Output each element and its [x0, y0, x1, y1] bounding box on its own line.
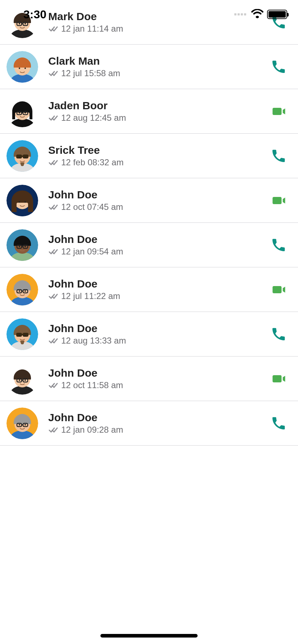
call-info: John Doe12 jan 09:54 am: [48, 233, 271, 257]
contact-name: John Doe: [48, 278, 271, 290]
call-meta: 12 oct 07:45 am: [48, 202, 271, 212]
svg-point-55: [19, 380, 20, 381]
call-timestamp: 12 oct 11:58 am: [61, 380, 123, 390]
call-timestamp: 12 jan 09:54 am: [61, 247, 123, 257]
call-info: John Doe12 oct 07:45 am: [48, 189, 271, 212]
call-row[interactable]: John Doe12 oct 07:45 am: [0, 178, 298, 223]
call-info: Clark Man12 jul 15:58 am: [48, 55, 271, 78]
call-row[interactable]: Jaden Boor12 aug 12:45 am: [0, 89, 298, 134]
call-meta: 12 oct 11:58 am: [48, 380, 271, 390]
svg-point-23: [19, 157, 20, 158]
svg-point-49: [24, 335, 26, 336]
video-call-icon[interactable]: [271, 282, 286, 298]
contact-name: Jaden Boor: [48, 100, 271, 111]
call-info: Srick Tree12 feb 08:32 am: [48, 144, 271, 167]
video-call-icon[interactable]: [271, 104, 286, 119]
call-info: John Doe12 jan 09:28 am: [48, 411, 271, 435]
contact-name: John Doe: [48, 322, 271, 334]
double-check-icon: [48, 159, 58, 166]
contact-name: John Doe: [48, 411, 271, 423]
phone-call-icon[interactable]: [271, 148, 286, 164]
svg-point-10: [24, 68, 26, 69]
double-check-icon: [48, 203, 58, 211]
call-row[interactable]: John Doe12 jul 11:22 am: [0, 267, 298, 312]
call-timestamp: 12 feb 08:32 am: [61, 157, 123, 167]
avatar[interactable]: [6, 274, 38, 305]
svg-point-63: [24, 424, 26, 426]
call-meta: 12 jul 15:58 am: [48, 68, 271, 78]
phone-call-icon[interactable]: [271, 237, 286, 253]
home-indicator: [100, 634, 198, 638]
svg-point-41: [19, 290, 20, 292]
battery-icon: [267, 10, 287, 19]
contact-name: John Doe: [48, 189, 271, 201]
avatar[interactable]: [6, 51, 38, 83]
contact-name: Srick Tree: [48, 144, 271, 156]
svg-point-28: [24, 201, 26, 203]
svg-point-48: [19, 335, 20, 336]
svg-point-62: [19, 424, 20, 426]
double-check-icon: [48, 382, 58, 389]
avatar[interactable]: [6, 229, 38, 261]
svg-point-24: [24, 157, 26, 158]
call-row[interactable]: John Doe12 oct 11:58 am: [0, 356, 298, 401]
video-call-icon[interactable]: [271, 193, 286, 208]
status-right: [234, 9, 287, 20]
double-check-icon: [48, 293, 58, 300]
contact-name: John Doe: [48, 367, 271, 379]
avatar[interactable]: [6, 318, 38, 350]
svg-point-56: [24, 380, 26, 381]
call-info: John Doe12 aug 13:33 am: [48, 322, 271, 346]
double-check-icon: [48, 114, 58, 121]
avatar[interactable]: [6, 96, 38, 127]
avatar[interactable]: [6, 363, 38, 395]
status-time: 3:30: [23, 8, 46, 21]
video-call-icon[interactable]: [271, 371, 286, 387]
svg-rect-22: [22, 156, 23, 157]
contact-name: John Doe: [48, 233, 271, 245]
call-list: Mark Doe12 jan 11:14 am Clark Man12 jul …: [0, 0, 298, 446]
svg-point-17: [24, 112, 26, 114]
call-meta: 12 jul 11:22 am: [48, 291, 271, 301]
call-timestamp: 12 aug 12:45 am: [61, 113, 126, 123]
call-info: John Doe12 oct 11:58 am: [48, 367, 271, 390]
call-info: Jaden Boor12 aug 12:45 am: [48, 100, 271, 123]
call-row[interactable]: Srick Tree12 feb 08:32 am: [0, 134, 298, 178]
svg-point-9: [19, 68, 20, 69]
avatar[interactable]: [6, 185, 38, 216]
call-meta: 12 aug 12:45 am: [48, 113, 271, 123]
cellular-icon: [234, 13, 246, 15]
phone-call-icon[interactable]: [271, 59, 286, 75]
call-meta: 12 feb 08:32 am: [48, 157, 271, 167]
double-check-icon: [48, 70, 58, 77]
svg-point-16: [19, 112, 20, 114]
svg-point-42: [24, 290, 26, 292]
double-check-icon: [48, 248, 58, 255]
status-bar: 3:30: [0, 0, 298, 29]
wifi-icon: [251, 9, 263, 20]
call-row[interactable]: John Doe12 jan 09:28 am: [0, 401, 298, 446]
battery-fill: [268, 11, 286, 18]
call-meta: 12 jan 09:28 am: [48, 425, 271, 435]
svg-point-27: [19, 201, 20, 203]
call-timestamp: 12 oct 07:45 am: [61, 202, 123, 212]
call-row[interactable]: John Doe12 jan 09:54 am: [0, 223, 298, 267]
svg-rect-47: [22, 334, 23, 335]
avatar[interactable]: [6, 408, 38, 439]
avatar[interactable]: [6, 140, 38, 172]
svg-point-34: [19, 246, 20, 247]
call-timestamp: 12 aug 13:33 am: [61, 336, 126, 346]
phone-call-icon[interactable]: [271, 326, 286, 342]
call-row[interactable]: Clark Man12 jul 15:58 am: [0, 45, 298, 89]
call-timestamp: 12 jan 09:28 am: [61, 425, 123, 435]
phone-call-icon[interactable]: [271, 415, 286, 431]
call-row[interactable]: John Doe12 aug 13:33 am: [0, 312, 298, 356]
call-meta: 12 aug 13:33 am: [48, 336, 271, 346]
double-check-icon: [48, 426, 58, 433]
double-check-icon: [48, 337, 58, 344]
contact-name: Clark Man: [48, 55, 271, 67]
call-info: John Doe12 jul 11:22 am: [48, 278, 271, 301]
svg-point-35: [24, 246, 26, 247]
call-timestamp: 12 jul 15:58 am: [61, 68, 120, 78]
call-timestamp: 12 jul 11:22 am: [61, 291, 120, 301]
